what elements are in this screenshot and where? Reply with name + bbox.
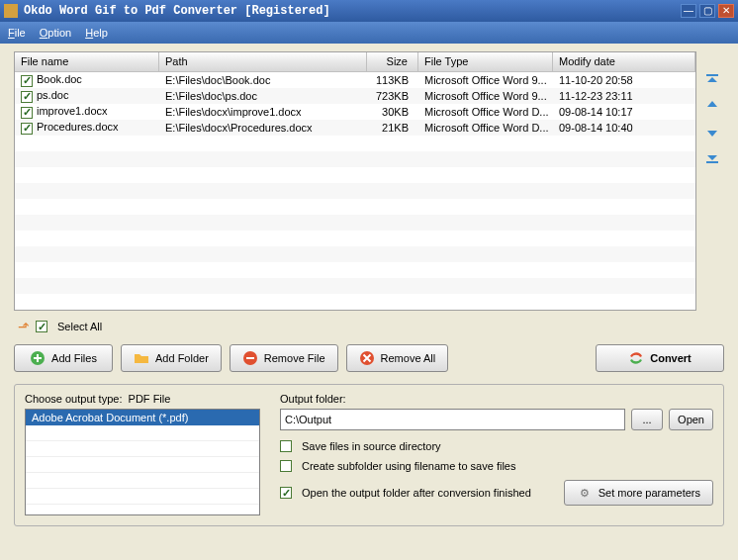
column-path[interactable]: Path (159, 52, 367, 71)
create-subfolder-checkbox[interactable] (280, 460, 292, 472)
table-body: Book.docE:\Files\doc\Book.doc113KBMicros… (15, 72, 695, 310)
table-row[interactable]: Book.docE:\Files\doc\Book.doc113KBMicros… (15, 72, 695, 88)
table-header: File name Path Size File Type Modify dat… (15, 52, 695, 72)
option-save-source[interactable]: Save files in source directory (280, 440, 713, 452)
option-create-subfolder[interactable]: Create subfolder using filename to save … (280, 460, 713, 472)
output-panel: Choose output type: PDF File Adobe Acrob… (14, 384, 724, 526)
output-folder-label: Output folder: (280, 393, 713, 405)
gear-icon: ⚙ (577, 485, 593, 501)
minus-icon (242, 350, 258, 366)
row-checkbox[interactable] (21, 91, 33, 103)
output-type-label: Choose output type: PDF File (25, 393, 260, 405)
remove-all-button[interactable]: Remove All (346, 344, 449, 372)
title-bar: Okdo Word Gif to Pdf Converter [Register… (0, 0, 738, 22)
output-type-list[interactable]: Adobe Acrobat Document (*.pdf) (25, 409, 260, 515)
select-all-label: Select All (57, 321, 102, 332)
table-row[interactable]: improve1.docxE:\Files\docx\improve1.docx… (15, 104, 695, 120)
open-folder-button[interactable]: Open (669, 409, 713, 430)
output-folder-input[interactable] (280, 409, 625, 430)
table-row[interactable]: Procedures.docxE:\Files\docx\Procedures.… (15, 120, 695, 136)
file-list[interactable]: File name Path Size File Type Modify dat… (14, 51, 696, 311)
row-checkbox[interactable] (21, 123, 33, 135)
option-open-after[interactable]: Open the output folder after conversion … (280, 487, 564, 499)
add-files-button[interactable]: Add Files (14, 344, 113, 372)
convert-icon (628, 350, 644, 366)
folder-icon (134, 350, 149, 366)
move-up-button[interactable] (703, 97, 721, 115)
move-top-button[interactable] (703, 71, 721, 89)
column-size[interactable]: Size (367, 52, 418, 71)
menu-file[interactable]: File (8, 27, 26, 39)
save-source-checkbox[interactable] (280, 440, 292, 452)
menu-help[interactable]: Help (85, 27, 108, 39)
row-checkbox[interactable] (21, 107, 33, 119)
plus-icon (30, 350, 46, 366)
column-modifydate[interactable]: Modify date (553, 52, 695, 71)
table-row[interactable]: ps.docE:\Files\doc\ps.doc723KBMicrosoft … (15, 88, 695, 104)
open-after-checkbox[interactable] (280, 487, 292, 499)
close-button[interactable]: ✕ (718, 4, 734, 18)
column-filename[interactable]: File name (15, 52, 159, 71)
select-all-checkbox[interactable] (36, 321, 47, 332)
up-folder-icon[interactable]: ⬏ (18, 319, 30, 334)
menu-option[interactable]: Option (40, 27, 71, 39)
reorder-bar (700, 51, 724, 311)
maximize-button[interactable]: ▢ (699, 4, 715, 18)
menu-bar: File Option Help (0, 22, 738, 44)
convert-button[interactable]: Convert (596, 344, 724, 372)
row-checkbox[interactable] (21, 75, 33, 87)
column-filetype[interactable]: File Type (418, 52, 553, 71)
add-folder-button[interactable]: Add Folder (121, 344, 222, 372)
remove-file-button[interactable]: Remove File (230, 344, 338, 372)
move-bottom-button[interactable] (703, 148, 721, 166)
set-more-parameters-button[interactable]: ⚙ Set more parameters (564, 480, 713, 506)
move-down-button[interactable] (703, 123, 721, 140)
window-title: Okdo Word Gif to Pdf Converter [Register… (24, 4, 681, 18)
minimize-button[interactable]: — (681, 4, 696, 18)
app-icon (4, 4, 18, 18)
remove-all-icon (359, 350, 375, 366)
browse-button[interactable]: ... (631, 409, 663, 430)
output-type-item[interactable]: Adobe Acrobat Document (*.pdf) (26, 410, 259, 425)
